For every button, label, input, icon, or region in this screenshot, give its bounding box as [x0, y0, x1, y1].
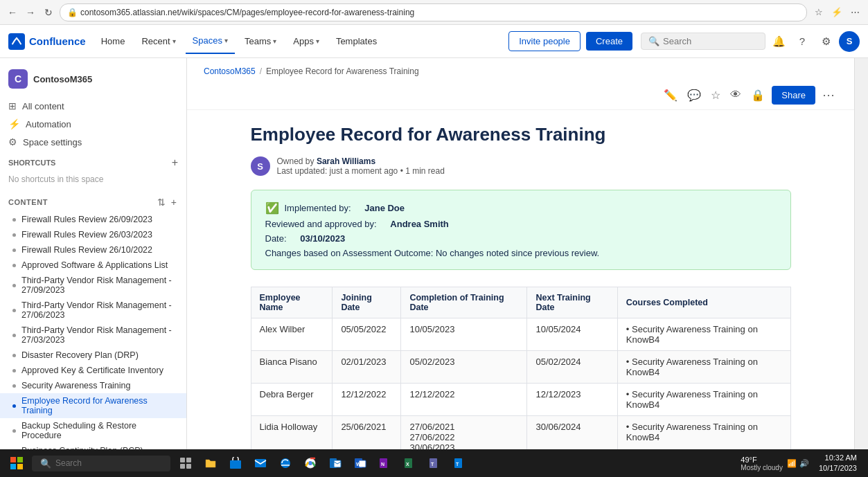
weather-info: 49°F Mostly cloudy	[735, 456, 783, 471]
settings-icon: ⚙	[8, 136, 17, 147]
nav-spaces-label: Spaces	[193, 35, 222, 46]
nav-home[interactable]: Home	[94, 29, 132, 54]
sidebar-item-firewall-3[interactable]: Firewall Rules Review 26/10/2022	[0, 242, 186, 258]
dot-icon	[12, 264, 16, 267]
cell-courses: Security Awareness Training on KnowB4	[617, 351, 790, 384]
bookmark-icon[interactable]: ☆	[811, 5, 826, 20]
create-button[interactable]: Create	[586, 32, 632, 51]
sidebar-item-vendor-1[interactable]: Third-Party Vendor Risk Management - 27/…	[0, 273, 186, 298]
taskbar-app-edge[interactable]	[274, 452, 296, 474]
sidebar-item-drp[interactable]: Disaster Recovery Plan (DRP)	[0, 348, 186, 363]
nav-templates[interactable]: Templates	[329, 29, 384, 54]
sidebar-space-settings[interactable]: ⚙ Space settings	[0, 133, 186, 151]
sidebar-item-label: Third-Party Vendor Risk Management - 27/…	[21, 276, 178, 295]
sidebar-item-cert-inventory[interactable]: Approved Key & Certificate Inventory	[0, 363, 186, 378]
taskbar-app-store[interactable]	[224, 452, 247, 474]
read-time: 1 min read	[405, 166, 445, 176]
taskbar-app-taskview[interactable]	[175, 452, 197, 474]
shortcuts-label: SHORTCUTS	[8, 159, 55, 167]
taskbar-system-icons: 📶 🔊	[787, 459, 815, 468]
sidebar-item-vendor-3[interactable]: Third-Party Vendor Risk Management - 27/…	[0, 323, 186, 348]
start-button[interactable]	[6, 452, 28, 474]
taskbar-app-chrome[interactable]	[299, 452, 321, 474]
workspace-header[interactable]: C ContosoM365	[0, 64, 186, 94]
back-button[interactable]: ←	[6, 6, 19, 19]
user-avatar[interactable]: S	[839, 31, 860, 52]
table-row: Lidia Holloway 25/06/2021 27/06/202127/0…	[251, 416, 790, 450]
taskbar-app-onenote[interactable]: N	[374, 452, 396, 474]
logo[interactable]: Confluence	[8, 33, 86, 50]
help-button[interactable]: ?	[792, 31, 813, 52]
network-icon[interactable]: 📶	[787, 459, 797, 468]
sidebar-item-firewall-1[interactable]: Firewall Rules Review 26/09/2023	[0, 212, 186, 227]
more-icon[interactable]: ⋯	[847, 5, 862, 20]
watch-button[interactable]: 👁	[727, 86, 744, 104]
settings-button[interactable]: ⚙	[815, 31, 836, 52]
reviewed-by-name: Andrea Smith	[390, 219, 449, 229]
notifications-button[interactable]: 🔔	[768, 31, 789, 52]
nav-spaces[interactable]: Spaces ▾	[186, 29, 235, 54]
sidebar-item-backup[interactable]: Backup Scheduling & Restore Procedure	[0, 418, 186, 443]
sidebar-item-bcp[interactable]: Business Continuity Plan (BCP)	[0, 443, 186, 449]
date-label: Date:	[265, 233, 287, 244]
cell-name: Lidia Holloway	[251, 416, 333, 450]
svg-rect-5	[186, 458, 191, 462]
course-item: Security Awareness Training on KnowB4	[626, 422, 782, 442]
taskbar-app-teams[interactable]: T	[424, 452, 446, 474]
search-input[interactable]	[663, 36, 758, 46]
sidebar-automation[interactable]: ⚡ Automation	[0, 115, 186, 133]
sort-content-button[interactable]: ⇅	[156, 195, 167, 209]
taskbar-app-word[interactable]: W	[349, 452, 371, 474]
volume-icon[interactable]: 🔊	[799, 459, 809, 468]
add-content-button[interactable]: +	[170, 195, 178, 209]
sidebar-item-label: Third-Party Vendor Risk Management - 27/…	[21, 325, 178, 345]
refresh-button[interactable]: ↻	[42, 6, 55, 19]
logo-text: Confluence	[29, 35, 86, 47]
extensions-icon[interactable]: ⚡	[829, 5, 844, 20]
comment-button[interactable]: 💬	[684, 86, 704, 105]
date-value: 03/10/2023	[300, 233, 345, 244]
right-panel	[854, 58, 868, 449]
forward-button[interactable]: →	[24, 6, 37, 19]
taskbar-app-mail[interactable]	[249, 452, 272, 474]
sidebar-all-content[interactable]: ⊞ All content	[0, 97, 186, 115]
sidebar-item-vendor-2[interactable]: Third-Party Vendor Risk Management - 27/…	[0, 298, 186, 323]
implemented-by-name: Jane Doe	[364, 203, 405, 213]
breadcrumb-home-link[interactable]: ContosoM365	[204, 66, 256, 76]
more-options-button[interactable]: ⋯	[820, 84, 838, 105]
sidebar-item-label: Disaster Recovery Plan (DRP)	[21, 350, 139, 360]
taskbar-app-file-explorer[interactable]	[200, 452, 222, 474]
nav-apps[interactable]: Apps ▾	[286, 29, 326, 54]
star-button[interactable]: ☆	[708, 86, 723, 105]
nav-home-label: Home	[101, 36, 125, 46]
page-actions-bar: ✏️ 💬 ☆ 👁 🔒 Share ⋯	[187, 80, 854, 110]
add-shortcut-button[interactable]: +	[172, 156, 178, 169]
nav-teams[interactable]: Teams ▾	[238, 29, 283, 54]
browser-actions: ☆ ⚡ ⋯	[811, 5, 862, 20]
cell-joining: 12/12/2022	[333, 384, 401, 416]
sidebar-item-employee-record[interactable]: Employee Record for Awareness Training	[0, 393, 186, 418]
dot-icon	[12, 404, 16, 408]
share-button[interactable]: Share	[772, 86, 815, 105]
sidebar-item-security-awareness[interactable]: Security Awareness Training	[0, 378, 186, 393]
svg-rect-8	[230, 460, 241, 469]
address-bar[interactable]: 🔒 contosom365.atlassian.net/wiki/spaces/…	[60, 3, 807, 21]
taskbar-search-box[interactable]: 🔍	[32, 456, 170, 471]
restrict-button[interactable]: 🔒	[748, 86, 768, 105]
nav-recent[interactable]: Recent ▾	[134, 29, 182, 54]
taskbar-search-input[interactable]	[55, 458, 162, 468]
content-label: CONTENT	[8, 198, 48, 206]
sidebar-item-firewall-2[interactable]: Firewall Rules Review 26/03/2023	[0, 227, 186, 242]
taskbar-app-teams2[interactable]: T	[449, 452, 471, 474]
search-box[interactable]: 🔍	[641, 33, 765, 50]
taskbar: 🔍 W N X T	[0, 449, 868, 477]
taskbar-app-outlook[interactable]	[324, 452, 346, 474]
taskbar-app-excel[interactable]: X	[399, 452, 421, 474]
edit-button[interactable]: ✏️	[661, 86, 680, 105]
sidebar-item-label: Third-Party Vendor Risk Management - 27/…	[21, 300, 178, 320]
table-row: Bianca Pisano 02/01/2023 05/02/2023 05/0…	[251, 351, 790, 384]
cell-courses: Security Awareness Training on KnowB4	[617, 384, 790, 416]
invite-button[interactable]: Invite people	[508, 31, 581, 51]
content-section-header: CONTENT ⇅ +	[0, 190, 186, 212]
sidebar-item-approved-software[interactable]: Approved Software & Applications List	[0, 258, 186, 273]
